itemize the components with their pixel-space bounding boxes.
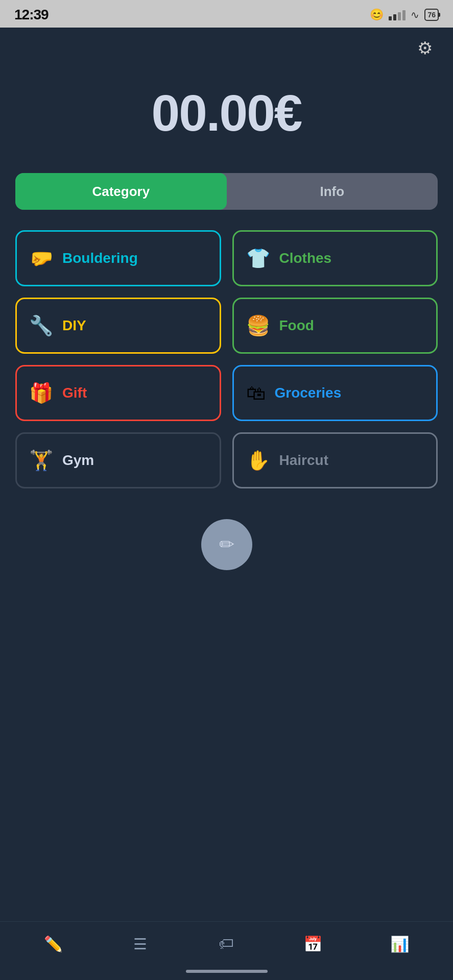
status-time: 12:39 [14, 7, 49, 23]
bouldering-label: Bouldering [62, 250, 138, 266]
battery-icon: 76 [424, 9, 439, 21]
wifi-icon: ∿ [411, 9, 419, 21]
category-groceries[interactable]: 🛍 Groceries [232, 365, 438, 421]
haircut-icon: ✋ [246, 449, 270, 472]
gym-icon: 🏋 [29, 449, 53, 472]
tab-info[interactable]: Info [227, 173, 438, 210]
food-label: Food [279, 317, 314, 334]
category-gym[interactable]: 🏋 Gym [15, 432, 221, 488]
tab-category[interactable]: Category [15, 173, 227, 210]
nav-calendar[interactable]: 📅 [298, 931, 328, 957]
category-grid: 🤛 Bouldering 👕 Clothes 🔧 DIY 🍔 Food 🎁 Gi… [15, 230, 438, 488]
groceries-label: Groceries [275, 385, 342, 401]
gift-icon: 🎁 [29, 382, 53, 404]
gift-label: Gift [62, 385, 87, 401]
edit-icon: ✏️ [44, 935, 63, 953]
diy-label: DIY [62, 317, 86, 334]
home-indicator [0, 965, 453, 980]
amount-display: 00.00€ [15, 63, 438, 173]
bottom-nav: ✏️ ☰ 🏷 📅 📊 [0, 921, 453, 965]
gym-label: Gym [62, 452, 94, 469]
diy-icon: 🔧 [29, 314, 53, 337]
nav-list[interactable]: ☰ [125, 931, 155, 957]
clothes-icon: 👕 [246, 247, 270, 270]
tab-switcher: Category Info [15, 173, 438, 210]
fab-icon: ✏ [219, 534, 234, 555]
category-diy[interactable]: 🔧 DIY [15, 298, 221, 354]
category-clothes[interactable]: 👕 Clothes [232, 230, 438, 286]
bouldering-icon: 🤛 [29, 247, 53, 270]
status-icons: 😊 ∿ 76 [370, 8, 439, 21]
status-bar: 12:39 😊 ∿ 76 [0, 0, 453, 28]
amount-value: 00.00€ [152, 84, 302, 141]
settings-icon[interactable]: ⚙ [417, 38, 433, 58]
emoji-icon: 😊 [370, 8, 384, 21]
chart-icon: 📊 [390, 935, 409, 953]
category-haircut[interactable]: ✋ Haircut [232, 432, 438, 488]
top-bar: ⚙ [15, 28, 438, 63]
list-icon: ☰ [133, 935, 147, 953]
category-gift[interactable]: 🎁 Gift [15, 365, 221, 421]
fab-button[interactable]: ✏ [201, 519, 252, 570]
groceries-icon: 🛍 [246, 382, 266, 404]
category-food[interactable]: 🍔 Food [232, 298, 438, 354]
home-indicator-bar [186, 970, 268, 973]
tag-icon: 🏷 [219, 935, 234, 952]
fab-area: ✏ [15, 509, 438, 591]
app-content: ⚙ 00.00€ Category Info 🤛 Bouldering 👕 Cl… [0, 28, 453, 921]
haircut-label: Haircut [279, 452, 328, 469]
food-icon: 🍔 [246, 314, 270, 337]
calendar-icon: 📅 [303, 935, 322, 953]
category-bouldering[interactable]: 🤛 Bouldering [15, 230, 221, 286]
clothes-label: Clothes [279, 250, 332, 266]
nav-tag[interactable]: 🏷 [211, 931, 242, 957]
nav-edit[interactable]: ✏️ [38, 931, 69, 957]
nav-chart[interactable]: 📊 [384, 931, 415, 957]
signal-bars-icon [389, 9, 406, 20]
